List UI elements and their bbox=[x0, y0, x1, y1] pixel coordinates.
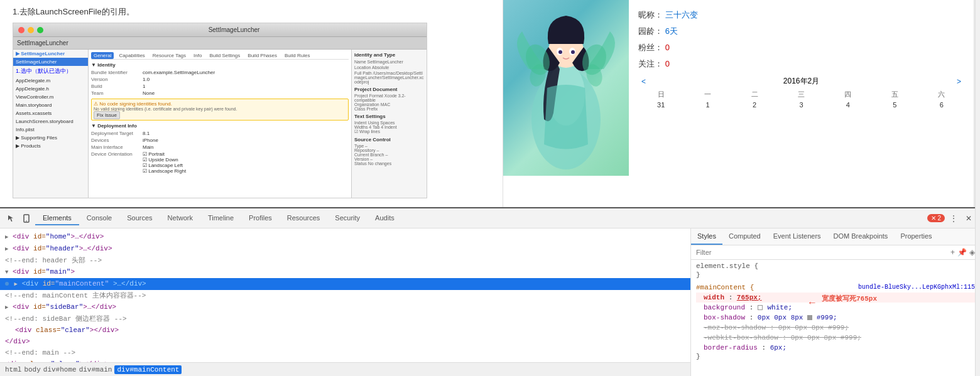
devtools-actions: ✕ 2 ⋮ ✕ bbox=[927, 212, 975, 225]
cursor-icon bbox=[7, 214, 16, 223]
xcode-indent-using: Indent Using Spaces bbox=[354, 121, 424, 125]
xcode-text-settings-title: Text Settings bbox=[354, 114, 424, 119]
landscape-right-option[interactable]: ☑ Landscape Right bbox=[143, 168, 349, 174]
dom-attr-name: id= bbox=[33, 268, 46, 276]
cal-hd-fri: 五 bbox=[872, 90, 917, 99]
xcode-tab-build-phases[interactable]: Build Phases bbox=[245, 52, 280, 59]
color-palette-icon[interactable]: ◈ bbox=[969, 248, 975, 257]
tab-security[interactable]: Security bbox=[327, 212, 368, 225]
xcode-version-value: 1.0 bbox=[143, 77, 349, 82]
close-devtools-btn[interactable]: ✕ bbox=[962, 212, 975, 225]
dom-content[interactable]: ▶ <div id="home">…</div> ▶ <div id="head… bbox=[0, 228, 690, 362]
cal-hd-mon: 一 bbox=[685, 90, 730, 99]
tab-profiles[interactable]: Profiles bbox=[241, 212, 280, 225]
nickname-value: 三十六变 bbox=[665, 10, 698, 19]
xcode-tab-build-rules[interactable]: Build Rules bbox=[282, 52, 312, 59]
xcode-toolbar-path: SettImageLuncher bbox=[17, 40, 68, 46]
breadcrumb-home[interactable]: div#home bbox=[43, 366, 77, 373]
upside-down-option[interactable]: ☑ Upside Down bbox=[143, 157, 349, 163]
xcode-sidebar-selected[interactable]: SettImageLuncher bbox=[13, 58, 88, 66]
xcode-sidebar-supporting[interactable]: ▶ Supporting Files bbox=[13, 134, 88, 142]
breadcrumb-bar: html body div#home div#main div#mainCont… bbox=[0, 362, 690, 376]
xcode-sidebar-assets[interactable]: Assets.xcassets bbox=[13, 109, 88, 117]
xcode-sidebar-viewcontroller[interactable]: ViewController.m bbox=[13, 93, 88, 101]
source-link[interactable]: bundle-BlueSky...LepKGphxMl:115 bbox=[858, 284, 975, 293]
fix-issue-label[interactable]: Fix Issue bbox=[94, 111, 120, 119]
xcode-device-orientation-label: Device Orientation bbox=[91, 151, 141, 174]
instruction-text: 1.去除LaunchScreenFile的引用。 bbox=[13, 6, 490, 18]
breadcrumb-main[interactable]: div#main bbox=[79, 366, 112, 373]
xcode-sidebar-appdelegate-m[interactable]: AppDelegate.m bbox=[13, 77, 88, 85]
tab-elements[interactable]: Elements bbox=[35, 212, 79, 225]
xcode-sidebar-products[interactable]: ▶ Products bbox=[13, 142, 88, 150]
xcode-source-branch: Current Branch – bbox=[354, 153, 424, 157]
xcode-sidebar-info[interactable]: Info.plist bbox=[13, 126, 88, 134]
dom-attr-name: class= bbox=[36, 326, 61, 334]
xcode-fix-issue-btn[interactable]: Fix Issue bbox=[94, 112, 346, 118]
annotation1-text: 1.选中（默认已选中） bbox=[16, 68, 72, 74]
style-prop-borderradius: border-radius : 6px; bbox=[696, 343, 975, 353]
calendar-prev-btn[interactable]: < bbox=[638, 77, 649, 86]
xcode-sidebar-project[interactable]: ▶ SettImageLuncher bbox=[13, 50, 88, 58]
prop-value-background: white; bbox=[767, 304, 792, 311]
mobile-emulation-btn[interactable] bbox=[20, 212, 33, 225]
dom-tag-close: >…</div> bbox=[70, 233, 104, 240]
cal-d-4: 4 bbox=[825, 101, 871, 109]
portrait-option[interactable]: ☑ Portrait bbox=[143, 151, 349, 157]
tab-console[interactable]: Console bbox=[79, 212, 119, 225]
dom-line-main-content[interactable]: ▶ <div id="mainContent" >…</div> bbox=[0, 278, 690, 290]
xcode-warning-detail: No valid signing identities (i.e. certif… bbox=[94, 107, 346, 111]
pin-icon[interactable]: 📌 bbox=[957, 248, 967, 257]
xcode-sidebar-main-storyboard[interactable]: Main.storyboard bbox=[13, 101, 88, 109]
styles-tab-event-listeners[interactable]: Event Listeners bbox=[767, 228, 827, 245]
xcode-tab-build-settings[interactable]: Build Settings bbox=[207, 52, 242, 59]
xcode-tab-capabilities[interactable]: Capabilities bbox=[116, 52, 147, 59]
add-style-icon[interactable]: + bbox=[950, 248, 955, 257]
inspect-element-btn[interactable] bbox=[5, 212, 18, 225]
landscape-left-option[interactable]: ☑ Landscape Left bbox=[143, 163, 349, 168]
xcode-tab-general[interactable]: General bbox=[91, 52, 114, 59]
styles-content[interactable]: element.style { } #mainContent { bundle-… bbox=[691, 260, 980, 376]
dom-comment: <!--end: mainContent 主体内容容器--> bbox=[5, 292, 146, 299]
tab-audits[interactable]: Audits bbox=[368, 212, 402, 225]
filter-input[interactable] bbox=[696, 249, 948, 256]
devtools-body: ▶ <div id="home">…</div> ▶ <div id="head… bbox=[0, 228, 980, 376]
dom-tag: <div bbox=[13, 233, 33, 240]
fullscreen-dot[interactable] bbox=[37, 27, 43, 33]
colon5: : bbox=[782, 334, 790, 341]
styles-tab-computed[interactable]: Computed bbox=[722, 228, 767, 245]
xcode-tab-resource-tags[interactable]: Resource Tags bbox=[150, 52, 188, 59]
styles-tab-properties[interactable]: Properties bbox=[894, 228, 938, 245]
dom-tag: <div bbox=[15, 326, 36, 334]
prop-name-borderradius: border-radius bbox=[704, 344, 758, 352]
cal-d-6: 6 bbox=[919, 101, 964, 109]
breadcrumb-body[interactable]: body bbox=[24, 366, 40, 373]
dot-indicator bbox=[5, 282, 9, 286]
tab-network[interactable]: Network bbox=[160, 212, 200, 225]
prop-value-boxshadow: 0px 0px 8px bbox=[758, 314, 807, 321]
style-prop-moz-boxshadow: -moz-box-shadow : 0px 0px 8px #999; bbox=[696, 323, 975, 333]
styles-tab-dom-breakpoints[interactable]: DOM Breakpoints bbox=[827, 228, 895, 245]
minimize-dot[interactable] bbox=[28, 27, 34, 33]
dom-attr-value: "main" bbox=[46, 268, 71, 276]
close-dot[interactable] bbox=[18, 27, 24, 33]
triangle-icon: ▶ bbox=[5, 234, 8, 240]
styles-tab-styles[interactable]: Styles bbox=[691, 228, 722, 245]
xcode-tab-info[interactable]: Info bbox=[191, 52, 204, 59]
prop-value-width: 765px; bbox=[737, 294, 762, 301]
breadcrumb-main-content[interactable]: div#mainContent bbox=[114, 365, 182, 374]
xcode-signing-warning: ⚠ No code signing identities found. No v… bbox=[91, 99, 349, 121]
xcode-team-value: None bbox=[143, 90, 349, 96]
xcode-sidebar-launchscreen[interactable]: LaunchScreen.storyboard bbox=[13, 117, 88, 126]
colon1: : bbox=[729, 294, 737, 301]
tab-sources[interactable]: Sources bbox=[119, 212, 160, 225]
tab-resources[interactable]: Resources bbox=[280, 212, 328, 225]
calendar-next-btn[interactable]: > bbox=[954, 77, 964, 86]
breadcrumb-html[interactable]: html bbox=[5, 366, 21, 373]
dom-tag-close: >…</div> bbox=[79, 245, 112, 252]
xcode-deployment-target-label: Deployment Target bbox=[91, 131, 141, 136]
tab-timeline[interactable]: Timeline bbox=[200, 212, 241, 225]
xcode-sidebar-appdelegate-h[interactable]: AppDelegate.h bbox=[13, 85, 88, 93]
settings-btn[interactable]: ⋮ bbox=[947, 212, 960, 225]
prop-name-boxshadow: box-shadow bbox=[704, 314, 745, 321]
